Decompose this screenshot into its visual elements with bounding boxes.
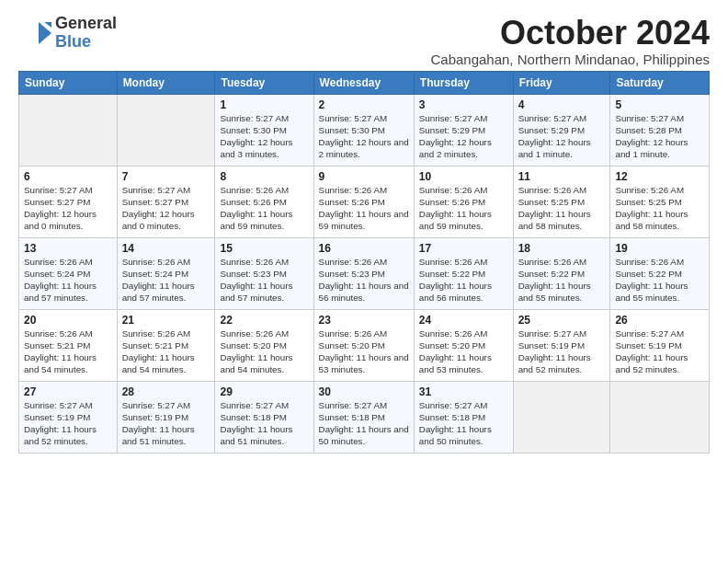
day-detail: Sunrise: 5:26 AM Sunset: 5:23 PM Dayligh… <box>319 256 409 304</box>
day-number: 25 <box>518 314 606 327</box>
day-detail: Sunrise: 5:27 AM Sunset: 5:19 PM Dayligh… <box>615 327 704 376</box>
month-title: October 2024 <box>430 15 710 52</box>
table-row <box>117 94 215 166</box>
day-number: 14 <box>122 242 210 255</box>
header-monday: Monday <box>117 71 215 94</box>
table-row: 12Sunrise: 5:26 AM Sunset: 5:25 PM Dayli… <box>610 166 710 237</box>
day-detail: Sunrise: 5:27 AM Sunset: 5:18 PM Dayligh… <box>319 399 409 448</box>
table-row: 3Sunrise: 5:27 AM Sunset: 5:29 PM Daylig… <box>414 94 513 166</box>
day-detail: Sunrise: 5:27 AM Sunset: 5:27 PM Dayligh… <box>24 184 112 233</box>
table-row: 11Sunrise: 5:26 AM Sunset: 5:25 PM Dayli… <box>513 166 610 237</box>
table-row: 9Sunrise: 5:26 AM Sunset: 5:26 PM Daylig… <box>313 166 414 237</box>
header-saturday: Saturday <box>610 71 710 94</box>
table-row: 26Sunrise: 5:27 AM Sunset: 5:19 PM Dayli… <box>610 309 710 381</box>
day-number: 20 <box>24 314 112 327</box>
logo-blue-text: Blue <box>55 33 117 52</box>
table-row <box>19 94 118 166</box>
day-number: 3 <box>419 98 508 111</box>
table-row: 16Sunrise: 5:26 AM Sunset: 5:23 PM Dayli… <box>313 237 414 309</box>
table-row: 6Sunrise: 5:27 AM Sunset: 5:27 PM Daylig… <box>19 166 118 237</box>
day-number: 26 <box>615 314 704 327</box>
day-number: 1 <box>220 98 308 111</box>
location-title: Cabangahan, Northern Mindanao, Philippin… <box>430 52 710 67</box>
header-tuesday: Tuesday <box>215 71 313 94</box>
day-number: 22 <box>220 314 308 327</box>
day-number: 8 <box>220 170 308 183</box>
day-detail: Sunrise: 5:27 AM Sunset: 5:28 PM Dayligh… <box>615 112 704 161</box>
page-header: General Blue October 2024 Cabangahan, No… <box>18 15 710 67</box>
table-row: 25Sunrise: 5:27 AM Sunset: 5:19 PM Dayli… <box>513 309 610 381</box>
logo: General Blue <box>18 15 117 52</box>
day-number: 10 <box>419 170 508 183</box>
day-detail: Sunrise: 5:27 AM Sunset: 5:19 PM Dayligh… <box>24 399 112 448</box>
table-row: 30Sunrise: 5:27 AM Sunset: 5:18 PM Dayli… <box>313 381 414 453</box>
day-number: 18 <box>518 242 606 255</box>
day-detail: Sunrise: 5:26 AM Sunset: 5:26 PM Dayligh… <box>220 184 308 233</box>
day-detail: Sunrise: 5:26 AM Sunset: 5:24 PM Dayligh… <box>122 256 210 304</box>
day-detail: Sunrise: 5:26 AM Sunset: 5:24 PM Dayligh… <box>24 256 112 304</box>
table-row: 23Sunrise: 5:26 AM Sunset: 5:20 PM Dayli… <box>313 309 414 381</box>
day-detail: Sunrise: 5:26 AM Sunset: 5:26 PM Dayligh… <box>319 184 409 233</box>
day-detail: Sunrise: 5:27 AM Sunset: 5:27 PM Dayligh… <box>122 184 210 233</box>
day-detail: Sunrise: 5:26 AM Sunset: 5:22 PM Dayligh… <box>518 256 606 304</box>
calendar-header: Sunday Monday Tuesday Wednesday Thursday… <box>19 71 710 94</box>
day-number: 24 <box>419 314 508 327</box>
day-detail: Sunrise: 5:26 AM Sunset: 5:21 PM Dayligh… <box>122 327 210 376</box>
table-row: 15Sunrise: 5:26 AM Sunset: 5:23 PM Dayli… <box>215 237 313 309</box>
day-number: 29 <box>220 385 308 398</box>
table-row: 13Sunrise: 5:26 AM Sunset: 5:24 PM Dayli… <box>19 237 118 309</box>
day-detail: Sunrise: 5:26 AM Sunset: 5:25 PM Dayligh… <box>615 184 704 233</box>
table-row: 7Sunrise: 5:27 AM Sunset: 5:27 PM Daylig… <box>117 166 215 237</box>
day-detail: Sunrise: 5:27 AM Sunset: 5:30 PM Dayligh… <box>220 112 308 161</box>
day-detail: Sunrise: 5:27 AM Sunset: 5:19 PM Dayligh… <box>518 327 606 376</box>
table-row: 31Sunrise: 5:27 AM Sunset: 5:18 PM Dayli… <box>414 381 513 453</box>
day-number: 28 <box>122 385 210 398</box>
day-number: 11 <box>518 170 606 183</box>
day-number: 4 <box>518 98 606 111</box>
day-number: 31 <box>419 385 508 398</box>
table-row <box>513 381 610 453</box>
day-number: 19 <box>615 242 704 255</box>
logo-general-text: General <box>55 15 117 33</box>
table-row: 20Sunrise: 5:26 AM Sunset: 5:21 PM Dayli… <box>19 309 118 381</box>
day-detail: Sunrise: 5:27 AM Sunset: 5:30 PM Dayligh… <box>319 112 409 161</box>
header-sunday: Sunday <box>19 71 118 94</box>
logo-icon <box>18 17 51 50</box>
table-row: 8Sunrise: 5:26 AM Sunset: 5:26 PM Daylig… <box>215 166 313 237</box>
title-block: October 2024 Cabangahan, Northern Mindan… <box>430 15 710 67</box>
day-detail: Sunrise: 5:27 AM Sunset: 5:18 PM Dayligh… <box>220 399 308 448</box>
day-detail: Sunrise: 5:27 AM Sunset: 5:19 PM Dayligh… <box>122 399 210 448</box>
day-number: 15 <box>220 242 308 255</box>
day-detail: Sunrise: 5:27 AM Sunset: 5:29 PM Dayligh… <box>419 112 508 161</box>
day-number: 13 <box>24 242 112 255</box>
day-detail: Sunrise: 5:27 AM Sunset: 5:29 PM Dayligh… <box>518 112 606 161</box>
table-row: 21Sunrise: 5:26 AM Sunset: 5:21 PM Dayli… <box>117 309 215 381</box>
table-row: 29Sunrise: 5:27 AM Sunset: 5:18 PM Dayli… <box>215 381 313 453</box>
day-detail: Sunrise: 5:26 AM Sunset: 5:23 PM Dayligh… <box>220 256 308 304</box>
table-row: 10Sunrise: 5:26 AM Sunset: 5:26 PM Dayli… <box>414 166 513 237</box>
day-detail: Sunrise: 5:26 AM Sunset: 5:22 PM Dayligh… <box>419 256 508 304</box>
day-detail: Sunrise: 5:26 AM Sunset: 5:25 PM Dayligh… <box>518 184 606 233</box>
table-row: 24Sunrise: 5:26 AM Sunset: 5:20 PM Dayli… <box>414 309 513 381</box>
day-number: 2 <box>319 98 409 111</box>
table-row: 2Sunrise: 5:27 AM Sunset: 5:30 PM Daylig… <box>313 94 414 166</box>
table-row: 4Sunrise: 5:27 AM Sunset: 5:29 PM Daylig… <box>513 94 610 166</box>
table-row: 14Sunrise: 5:26 AM Sunset: 5:24 PM Dayli… <box>117 237 215 309</box>
day-number: 30 <box>319 385 409 398</box>
day-detail: Sunrise: 5:26 AM Sunset: 5:20 PM Dayligh… <box>319 327 409 376</box>
day-detail: Sunrise: 5:26 AM Sunset: 5:22 PM Dayligh… <box>615 256 704 304</box>
table-row: 27Sunrise: 5:27 AM Sunset: 5:19 PM Dayli… <box>19 381 118 453</box>
calendar-body: 1Sunrise: 5:27 AM Sunset: 5:30 PM Daylig… <box>19 94 710 453</box>
day-number: 6 <box>24 170 112 183</box>
day-detail: Sunrise: 5:26 AM Sunset: 5:20 PM Dayligh… <box>419 327 508 376</box>
table-row: 22Sunrise: 5:26 AM Sunset: 5:20 PM Dayli… <box>215 309 313 381</box>
day-number: 16 <box>319 242 409 255</box>
table-row <box>610 381 710 453</box>
day-number: 12 <box>615 170 704 183</box>
day-detail: Sunrise: 5:26 AM Sunset: 5:26 PM Dayligh… <box>419 184 508 233</box>
table-row: 17Sunrise: 5:26 AM Sunset: 5:22 PM Dayli… <box>414 237 513 309</box>
day-number: 17 <box>419 242 508 255</box>
header-thursday: Thursday <box>414 71 513 94</box>
table-row: 28Sunrise: 5:27 AM Sunset: 5:19 PM Dayli… <box>117 381 215 453</box>
day-number: 7 <box>122 170 210 183</box>
